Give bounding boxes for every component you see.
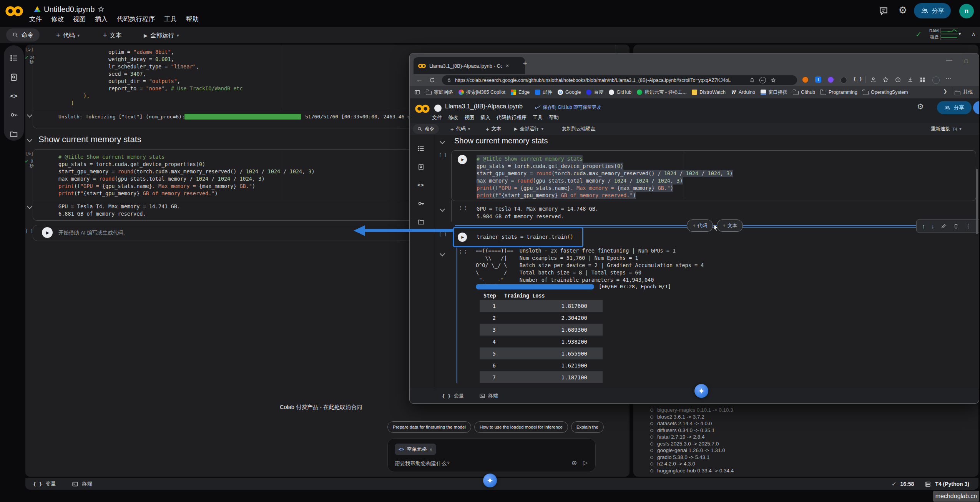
avatar[interactable]: n [959,4,974,18]
reconnect-button[interactable]: 重新连接 T4 ▾ [931,126,962,132]
secrets-key-icon[interactable] [10,110,18,119]
insert-code-button[interactable]: +代码 [687,219,713,232]
table-of-contents-icon[interactable] [10,54,18,62]
code-snippets-icon[interactable]: <> [417,182,424,188]
attach-plus-icon[interactable]: ⊕ [571,459,577,467]
notebook-title[interactable]: Untitled0.ipynb [44,5,95,14]
star-icon[interactable] [98,6,105,13]
move-cell-up-icon[interactable]: ↑ [922,223,925,229]
menu-item[interactable]: 帮助 [549,114,559,121]
ai-chat-box[interactable]: <> 空单元格 × 需要我帮助您构建什么? ⊕ ▷ [387,438,596,472]
back-icon[interactable]: ← [416,76,423,84]
table-of-contents-icon[interactable] [417,145,425,152]
browser-avatar[interactable] [932,76,940,84]
bookmark-item[interactable]: GGoogle [558,90,581,95]
delete-cell-icon[interactable] [953,223,959,229]
menu-item[interactable]: 帮助 [186,15,199,23]
sidebar-toggle-icon[interactable] [414,89,420,95]
colab-paid-products-link[interactable]: Colab 付费产品 - 在此处取消合同 [280,404,362,411]
bookmark-item[interactable]: 邮件 [535,89,552,96]
suggestion-chip[interactable]: Explain the [571,421,604,433]
menu-item[interactable]: 视图 [73,15,86,23]
section-collapse-icon[interactable] [27,137,32,142]
bookmark-item[interactable]: 搜索|M365 Copilot [458,89,505,96]
browser-tab[interactable]: Llama3.1_(8B)-Alpaca.ipynb - Cola × [414,57,525,74]
save-to-github-hint[interactable]: 保存到 GitHub 即可保留更改 [543,104,601,111]
window-maximize-icon[interactable]: □ [965,58,968,64]
browser-window[interactable]: Llama3.1_(8B)-Alpaca.ipynb - Cola × + — … [409,53,979,404]
extensions-puzzle-icon[interactable]: { } [853,76,862,82]
resources-dropdown-icon[interactable]: ▾ [958,31,961,37]
menu-item[interactable]: 文件 [29,15,42,23]
bookmark-item[interactable]: Edge [511,90,530,95]
output-options-icon[interactable]: ⋮⋮ [458,205,468,211]
menu-item[interactable]: 工具 [533,114,543,121]
bookmark-item[interactable]: 窗口摇摆 [761,89,787,96]
insert-text-button[interactable]: +文本 [717,219,743,232]
cell-code[interactable]: optim = "adamw_8bit", weight_decay = 0.0… [58,48,243,107]
find-replace-icon[interactable] [10,73,18,81]
ram-usage[interactable]: RAM 磁盘 [929,28,958,40]
run-all-button[interactable]: ▶全部运行▾ [144,31,179,40]
address-bar[interactable]: https://colab.research.google.com/github… [442,75,797,85]
profile-icon[interactable] [870,76,877,83]
collapse-header-icon[interactable]: ∧ [972,31,975,37]
send-icon[interactable]: ▷ [583,459,588,466]
inner-run-all-button[interactable]: ▶全部运行▾ [514,126,543,132]
menu-item[interactable]: 修改 [51,15,64,23]
cell-code[interactable]: trainer_stats = trainer.train() [477,233,573,241]
window-minimize-icon[interactable]: — [946,57,952,63]
bell-icon[interactable] [749,78,755,83]
menu-item[interactable]: 代码执行程序 [497,114,527,121]
comments-icon[interactable] [879,6,889,16]
output-collapse-icon[interactable] [27,204,32,209]
refresh-icon[interactable] [429,77,435,83]
share-button[interactable]: 分享 [914,3,951,18]
runtime-label[interactable]: T4 (Python 3) [935,481,969,487]
scrollbar-thumb[interactable] [976,169,978,234]
menu-item[interactable]: 插入 [95,15,108,23]
settings-gear-icon[interactable]: ⚙ [899,5,907,16]
variables-button[interactable]: 变量 [45,480,56,487]
menu-item[interactable]: 工具 [164,15,177,23]
more-circle-icon[interactable]: ⋯ [759,77,766,83]
menu-item[interactable]: 视图 [464,114,474,121]
menu-item[interactable]: 代码执行程序 [117,15,155,23]
run-cell-button[interactable]: ▶ [458,155,467,164]
menu-item[interactable]: 文件 [432,114,442,121]
inner-add-text-button[interactable]: +文本 [486,126,501,132]
chat-input-placeholder[interactable]: 需要我帮助您构建什么? [395,460,450,467]
extension-icon[interactable] [840,77,847,83]
inner-gear-icon[interactable]: ⚙ [917,102,924,111]
favorites-bar-icon[interactable] [882,76,889,83]
files-folder-icon[interactable] [10,130,18,138]
gemini-spark-button[interactable] [483,474,497,487]
menu-item[interactable]: 插入 [480,114,490,121]
inner-command-button[interactable]: 命令 [413,124,439,134]
inner-add-code-button[interactable]: +代码▾ [450,126,470,132]
bookmark-item[interactable]: OperatingSystem [863,90,908,95]
browser-menu-icon[interactable]: ⋯ [945,75,951,82]
output-collapse-icon[interactable] [440,251,445,256]
inner-share-button[interactable]: 分享 [937,101,972,114]
cell-code[interactable]: # @title Show current memory statsgpu_st… [58,153,315,197]
extension-icon[interactable]: f [815,76,821,83]
bookmark-item[interactable]: DistroWatch [692,90,726,95]
copy-to-drive-button[interactable]: 复制到云端硬盘 [562,126,596,132]
bookmarks-overflow-icon[interactable]: ❯ [943,88,947,94]
bookmark-item[interactable]: GitHub [609,90,631,95]
favorite-star-icon[interactable] [771,78,776,83]
section-collapse-icon[interactable] [440,139,445,144]
terminal-button[interactable]: 终端 [488,392,498,399]
cell-context-chip[interactable]: <> 空单元格 × [395,444,436,455]
extension-icon[interactable] [802,77,808,83]
menu-item[interactable]: 修改 [448,114,458,121]
output-options-icon[interactable]: ⋮⋮ [458,249,468,255]
files-folder-icon[interactable] [417,218,425,225]
extension-icon[interactable] [828,77,834,83]
section-heading[interactable]: Show current memory stats [38,135,141,145]
more-vert-icon[interactable]: ⋮ [965,223,971,229]
history-clock-icon[interactable] [895,76,901,83]
output-collapse-icon[interactable] [440,206,445,212]
move-cell-down-icon[interactable]: ↓ [932,223,935,229]
